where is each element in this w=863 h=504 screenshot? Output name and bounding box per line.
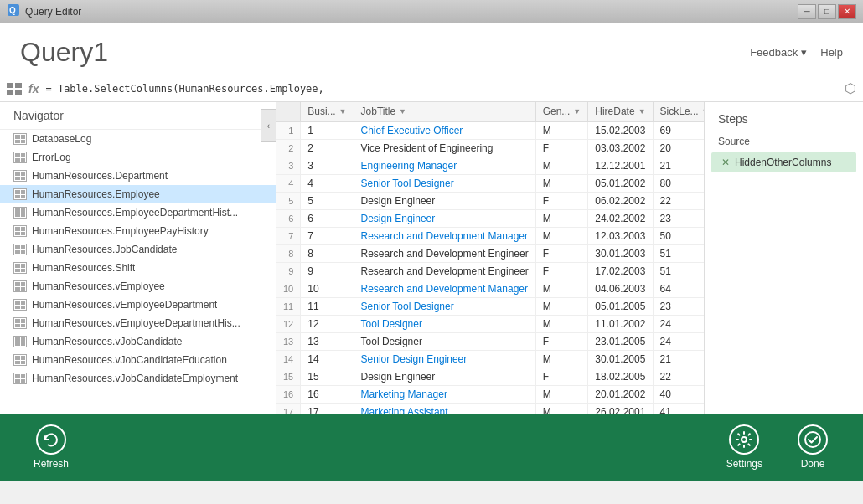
nav-item-HumanResources.Employee[interactable]: HumanResources.Employee <box>0 185 276 203</box>
cell-gender: M <box>535 157 588 175</box>
cell-jobtitle: Chief Executive Officer <box>354 121 535 140</box>
col-header-hiredate[interactable]: HireDate▼ <box>588 102 653 121</box>
nav-item-label: HumanResources.vJobCandidateEducation <box>32 354 227 366</box>
data-table: Busi...▼JobTitle▼Gen...▼HireDate▼SickLe.… <box>276 102 704 414</box>
help-button[interactable]: Help <box>820 46 843 59</box>
cell-sickle: 21 <box>653 157 704 175</box>
nav-item-label: HumanResources.vEmployee <box>32 280 165 292</box>
settings-icon <box>729 424 759 455</box>
row-number: 9 <box>276 263 301 280</box>
nav-item-HumanResources.vEmployeeDepartment[interactable]: HumanResources.vEmployeeDepartment <box>0 296 276 314</box>
nav-item-HumanResources.vJobCandidateEmployment[interactable]: HumanResources.vJobCandidateEmployment <box>0 369 276 388</box>
cell-sickle: 64 <box>653 280 704 298</box>
nav-item-ErrorLog[interactable]: ErrorLog <box>0 148 276 167</box>
row-number: 15 <box>276 368 301 386</box>
refresh-button[interactable]: Refresh <box>17 418 85 476</box>
cell-jobtitle: Research and Development Manager <box>354 280 535 298</box>
cell-sickle: 40 <box>653 386 704 404</box>
cell-hiredate: 17.02.2003 <box>588 263 653 280</box>
done-button[interactable]: Done <box>779 418 846 476</box>
svg-rect-5 <box>15 90 22 95</box>
cell-busi: 7 <box>301 228 354 245</box>
nav-item-DatabaseLog[interactable]: DatabaseLog <box>0 130 276 148</box>
table-row: 1111Senior Tool DesignerM05.01.200523 <box>276 298 704 316</box>
navigator-header: Navigator <box>0 102 276 130</box>
cell-busi: 5 <box>301 193 354 210</box>
table-row: 1010Research and Development ManagerM04.… <box>276 280 704 298</box>
minimize-button[interactable]: ─ <box>798 4 816 19</box>
data-grid: Busi...▼JobTitle▼Gen...▼HireDate▼SickLe.… <box>276 102 704 414</box>
nav-item-HumanResources.vEmployeeDepartmentHis...[interactable]: HumanResources.vEmployeeDepartmentHis... <box>0 314 276 332</box>
row-number: 7 <box>276 228 301 245</box>
feedback-button[interactable]: Feedback ▾ <box>750 46 807 59</box>
cell-hiredate: 12.03.2003 <box>588 228 653 245</box>
refresh-icon <box>36 424 66 455</box>
cell-sickle: 51 <box>653 263 704 280</box>
fx-icon: fx <box>28 82 39 95</box>
col-header-busi[interactable]: Busi...▼ <box>301 102 354 121</box>
table-icon <box>13 354 27 366</box>
cell-gender: F <box>535 193 588 210</box>
cell-jobtitle: Tool Designer <box>354 333 535 351</box>
cell-sickle: 21 <box>653 351 704 368</box>
row-number: 13 <box>276 333 301 351</box>
nav-item-HumanResources.EmployeeDepartmentHist...[interactable]: HumanResources.EmployeeDepartmentHist... <box>0 203 276 222</box>
cell-jobtitle: Design Engineer <box>354 210 535 228</box>
table-icon <box>13 244 27 255</box>
col-header-sickle[interactable]: SickLe...▼ <box>653 102 704 121</box>
nav-item-HumanResources.vJobCandidate[interactable]: HumanResources.vJobCandidate <box>0 332 276 351</box>
sort-icon: ▼ <box>638 107 646 116</box>
formula-expand-icon[interactable]: ⬡ <box>845 80 856 96</box>
sort-icon: ▼ <box>399 107 406 116</box>
navigator-collapse-button[interactable]: ‹ <box>261 109 276 142</box>
step-source[interactable]: Source <box>705 132 863 151</box>
col-label: HireDate <box>595 105 634 117</box>
help-label: Help <box>820 46 843 59</box>
close-button[interactable]: ✕ <box>838 4 856 19</box>
nav-item-HumanResources.Shift[interactable]: HumanResources.Shift <box>0 259 276 277</box>
row-number: 14 <box>276 351 301 368</box>
cell-gender: M <box>535 404 588 414</box>
nav-item-HumanResources.EmployeePayHistory[interactable]: HumanResources.EmployeePayHistory <box>0 222 276 240</box>
col-label: JobTitle <box>361 105 396 117</box>
nav-item-HumanResources.vJobCandidateEducation[interactable]: HumanResources.vJobCandidateEducation <box>0 351 276 369</box>
table-icon <box>13 207 27 219</box>
cell-jobtitle: Research and Development Engineer <box>354 245 535 263</box>
nav-item-HumanResources.Department[interactable]: HumanResources.Department <box>0 167 276 185</box>
svg-text:Q: Q <box>9 6 16 15</box>
cell-jobtitle: Tool Designer <box>354 316 535 333</box>
cell-hiredate: 23.01.2005 <box>588 333 653 351</box>
cell-hiredate: 15.02.2003 <box>588 121 653 140</box>
cell-hiredate: 12.12.2001 <box>588 157 653 175</box>
row-number: 8 <box>276 245 301 263</box>
refresh-label: Refresh <box>34 458 69 470</box>
cell-hiredate: 04.06.2003 <box>588 280 653 298</box>
cell-busi: 17 <box>301 404 354 414</box>
row-number: 4 <box>276 175 301 193</box>
step-item-hiddenOtherColumns[interactable]: ✕HiddenOtherColumns <box>711 152 856 172</box>
row-number: 3 <box>276 157 301 175</box>
nav-item-HumanResources.vEmployee[interactable]: HumanResources.vEmployee <box>0 277 276 296</box>
cell-jobtitle: Marketing Assistant <box>354 404 535 414</box>
nav-item-HumanResources.JobCandidate[interactable]: HumanResources.JobCandidate <box>0 240 276 259</box>
grid-table-wrap[interactable]: Busi...▼JobTitle▼Gen...▼HireDate▼SickLe.… <box>276 102 704 414</box>
maximize-button[interactable]: □ <box>818 4 836 19</box>
cell-sickle: 51 <box>653 245 704 263</box>
table-row: 55Design EngineerF06.02.200222 <box>276 193 704 210</box>
cell-jobtitle: Vice President of Engineering <box>354 140 535 157</box>
table-row: 1414Senior Design EngineerM30.01.200521 <box>276 351 704 368</box>
app-icon: Q <box>7 3 20 20</box>
col-header-jobtitle[interactable]: JobTitle▼ <box>354 102 535 121</box>
col-header-row-num[interactable] <box>276 102 301 121</box>
nav-item-label: HumanResources.Shift <box>32 262 135 274</box>
cell-gender: M <box>535 316 588 333</box>
steps-expand-button[interactable]: › <box>704 241 705 275</box>
settings-button[interactable]: Settings <box>710 418 779 476</box>
table-row: 1313Tool DesignerF23.01.200524 <box>276 333 704 351</box>
navigator-scroll[interactable]: DatabaseLogErrorLogHumanResources.Depart… <box>0 130 276 414</box>
table-row: 88Research and Development EngineerF30.0… <box>276 245 704 263</box>
table-row: 1515Design EngineerF18.02.200522 <box>276 368 704 386</box>
col-header-gen[interactable]: Gen...▼ <box>535 102 588 121</box>
col-label: Gen... <box>543 105 571 117</box>
formula-bar: fx = Table.SelectColumns(HumanResources.… <box>0 75 863 102</box>
